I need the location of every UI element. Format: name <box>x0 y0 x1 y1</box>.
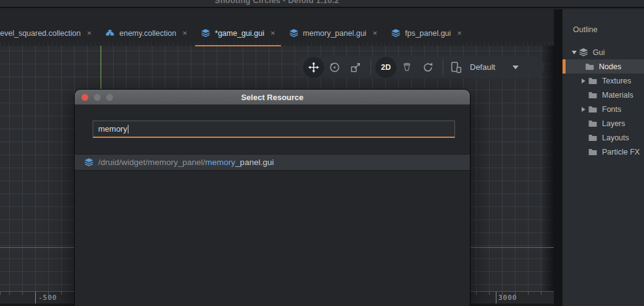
folder-icon <box>588 119 598 128</box>
close-icon[interactable]: × <box>372 29 377 37</box>
tab-label: fps_panel.gui <box>405 29 451 38</box>
expander-collapsed-icon[interactable] <box>579 107 588 112</box>
device-icon <box>450 61 463 74</box>
tab-game-gui[interactable]: *game_gui.gui × <box>194 21 282 46</box>
search-result-row[interactable]: /druid/widget/memory_panel/memory_panel.… <box>75 154 470 171</box>
2d-mode-button[interactable]: 2D <box>375 57 396 78</box>
outline-item-layouts[interactable]: Layouts <box>562 130 644 145</box>
search-input-value: memory <box>98 124 127 134</box>
tab-bar: evel_squared.collection × enemy.collecti… <box>0 9 554 46</box>
layout-select-value[interactable]: Default <box>470 62 495 72</box>
scale-tool-button[interactable] <box>345 57 366 78</box>
tab-fps-panel-gui[interactable]: fps_panel.gui × <box>384 21 469 46</box>
canvas-edge-shade <box>540 46 554 306</box>
close-icon[interactable]: × <box>87 29 92 37</box>
gui-icon <box>391 28 401 38</box>
folder-icon <box>588 133 598 142</box>
folder-icon <box>588 76 598 85</box>
ruler-tick-line <box>35 292 36 304</box>
gui-icon <box>579 48 588 57</box>
scene-toolbar: 2D Default <box>298 56 544 79</box>
outline-item-label: Layers <box>602 119 625 128</box>
folder-icon <box>585 62 595 71</box>
outline-item-label: Layouts <box>602 134 629 142</box>
rotate-icon <box>328 61 341 74</box>
tab-memory-panel-gui[interactable]: memory_panel.gui × <box>282 21 384 46</box>
expander-collapsed-icon[interactable] <box>579 79 588 83</box>
layout-device-button[interactable] <box>448 57 465 78</box>
move-icon <box>307 61 320 74</box>
frustum-culling-button[interactable] <box>396 57 417 78</box>
outline-item-label: Materials <box>602 91 634 100</box>
chevron-down-icon[interactable] <box>512 66 519 69</box>
rotate-tool-button[interactable] <box>324 57 345 78</box>
close-icon[interactable]: × <box>182 29 187 37</box>
folder-icon <box>588 104 598 114</box>
dialog-title-bar[interactable]: Select Resource <box>75 90 470 104</box>
2d-mode-label: 2D <box>381 63 391 72</box>
gui-icon <box>289 28 299 38</box>
ruler-label-left: -500 <box>38 294 57 302</box>
window-title: Shooting Circles - Defold 1.10.2 <box>0 0 554 5</box>
panel-divider[interactable] <box>554 9 562 306</box>
toolbar-separator <box>443 59 443 75</box>
outline-tree: Gui Nodes Textures <box>562 45 644 159</box>
outline-item-label: Gui <box>593 48 604 57</box>
reset-camera-button[interactable] <box>417 57 438 78</box>
outline-item-gui[interactable]: Gui <box>562 45 644 59</box>
tab-label: evel_squared.collection <box>0 29 81 38</box>
gui-icon <box>201 28 211 38</box>
window-controls <box>82 94 113 101</box>
refresh-icon <box>422 61 434 74</box>
outline-item-fonts[interactable]: Fonts <box>562 102 644 116</box>
tab-enemy-collection[interactable]: enemy.collection × <box>98 21 194 46</box>
zoom-window-button[interactable] <box>106 94 113 101</box>
result-path: /druid/widget/memory_panel/memory_panel.… <box>98 158 274 167</box>
outline-item-label: Textures <box>602 77 631 85</box>
result-path-prefix: /druid/widget/memory_panel/ <box>98 158 205 167</box>
folder-icon <box>588 90 598 100</box>
close-icon[interactable]: × <box>457 29 462 37</box>
outline-item-label: Fonts <box>602 105 621 114</box>
resource-search-input[interactable]: memory <box>93 121 455 138</box>
dialog-title: Select Resource <box>75 93 470 102</box>
outline-panel: Outline Gui Nodes <box>562 9 644 306</box>
tab-label: *game_gui.gui <box>215 29 264 38</box>
outline-item-particle-fx[interactable]: Particle FX <box>562 145 644 159</box>
text-cursor <box>128 125 128 134</box>
folder-icon <box>588 147 598 156</box>
move-tool-button[interactable] <box>303 57 324 78</box>
close-window-button[interactable] <box>82 94 88 101</box>
outline-item-layers[interactable]: Layers <box>562 116 644 130</box>
outline-item-materials[interactable]: Materials <box>562 88 644 102</box>
gui-icon <box>84 158 94 167</box>
ruler-tick-line <box>496 292 496 304</box>
defold-editor-window: Shooting Circles - Defold 1.10.2 evel_sq… <box>0 0 644 306</box>
window-title-bar: Shooting Circles - Defold 1.10.2 <box>0 0 644 8</box>
toolbar-separator <box>370 59 371 75</box>
tab-label: memory_panel.gui <box>303 29 367 38</box>
collection-icon <box>105 28 115 38</box>
tab-level-squared-collection[interactable]: evel_squared.collection × <box>0 21 98 46</box>
result-path-suffix: _panel.gui <box>235 158 274 167</box>
frustum-icon <box>401 61 413 74</box>
outline-header: Outline <box>573 25 644 34</box>
outline-item-textures[interactable]: Textures <box>562 74 644 88</box>
outline-item-nodes[interactable]: Nodes <box>562 59 644 74</box>
scale-icon <box>349 61 362 74</box>
tab-label: enemy.collection <box>119 29 176 38</box>
expander-expanded-icon[interactable] <box>570 51 579 54</box>
close-icon[interactable]: × <box>270 29 275 37</box>
minimize-window-button[interactable] <box>94 94 101 101</box>
ruler-label-right: 3000 <box>498 294 517 302</box>
result-path-match: memory <box>205 158 235 167</box>
select-resource-dialog: Select Resource memory /druid/widget/mem… <box>75 90 470 306</box>
outline-item-label: Particle FX <box>602 148 640 156</box>
outline-item-label: Nodes <box>599 62 621 71</box>
